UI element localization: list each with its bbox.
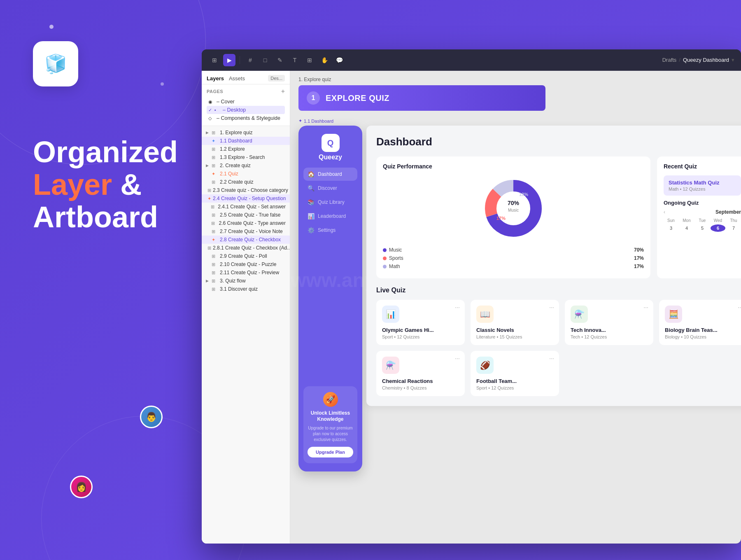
page-item-cover[interactable]: ◉ – Cover	[207, 98, 285, 106]
mobile-nav-dashboard[interactable]: 🏠 Dashboard	[303, 168, 357, 181]
layer-name: 2.1 Quiz	[220, 171, 238, 177]
more-options-icon[interactable]: ···	[455, 355, 460, 362]
layer-name: 2.7 Create Quiz - Voice Note	[220, 229, 283, 234]
tool-select[interactable]: ▶	[223, 54, 235, 66]
live-card-tech[interactable]: ··· ⚗️ Tech Innova... Tech • 12 Quizzes	[565, 300, 653, 345]
mobile-nav-discover[interactable]: 🔍 Discover	[303, 182, 357, 195]
card-sub: Sport • 12 Quizzes	[382, 334, 459, 339]
tool-frame[interactable]: #	[244, 54, 256, 66]
tool-grid[interactable]: ⊞	[208, 54, 221, 66]
layer-2-9[interactable]: ⊞ 2.9 Create Quiz - Poll	[202, 252, 290, 260]
cal-day-sun: Sun	[664, 217, 678, 224]
hero-accent: Layer	[33, 168, 112, 201]
page-item-components[interactable]: ◇ – Components & Styleguide	[207, 114, 285, 122]
page-item-desktop[interactable]: ✓ ▪ – Desktop	[207, 106, 285, 114]
recent-quiz-item[interactable]: Statistics Math Quiz Math • 12 Quizzes	[664, 175, 741, 196]
layer-2-11[interactable]: ⊞ 2.11 Create Quiz - Preview	[202, 268, 290, 277]
tool-shape[interactable]: □	[259, 54, 271, 66]
tool-text[interactable]: T	[289, 54, 301, 66]
layer-2-2-create-quiz[interactable]: ⊞ 2.2 Create quiz	[202, 178, 290, 186]
explore-number: 1	[307, 91, 320, 105]
nav-label: Quiz Library	[318, 199, 345, 205]
layer-section-explore-quiz[interactable]: ▶ ⊞ 1. Explore quiz	[202, 128, 290, 137]
layer-icon-grid: ⊞	[212, 155, 218, 160]
more-options-icon[interactable]: ···	[549, 355, 554, 362]
calendar-prev[interactable]: ‹	[664, 209, 665, 215]
sidebar-panel: Layers Assets Des... Pages + ◉ – Cover ✓…	[202, 71, 290, 544]
layer-1-2-explore[interactable]: ⊞ 1.2 Explore	[202, 145, 290, 153]
layer-2-4-1[interactable]: ⊞ 2.4.1 Create Quiz - Set answer	[202, 203, 290, 211]
svg-text:13%: 13%	[519, 192, 528, 197]
live-quiz-title: Live Quiz	[376, 287, 741, 294]
upgrade-icon: 🚀	[323, 392, 338, 407]
page-check: ✓	[208, 107, 212, 113]
layer-icon-grid: ⊞	[212, 163, 218, 168]
mobile-nav-settings[interactable]: ⚙️ Settings	[303, 224, 357, 237]
card-sub: Tech • 12 Quizzes	[571, 334, 648, 339]
layer-icon-grid: ⊞	[212, 287, 218, 292]
hero-line3: Artboard	[33, 201, 178, 233]
hero-text: Organized Layer & Artboard	[33, 136, 178, 234]
bg-dot	[49, 25, 54, 29]
layer-2-4[interactable]: ✦ 2.4 Create Quiz - Setup Question	[202, 194, 290, 203]
tool-comment[interactable]: 💬	[333, 54, 345, 66]
mobile-app-name: Queezy	[319, 154, 342, 161]
live-card-football[interactable]: ··· 🏈 Football Team... Sport • 12 Quizze…	[471, 351, 559, 396]
expand-icon: ▶	[206, 279, 210, 283]
layer-name: 2.9 Create Quiz - Poll	[220, 253, 267, 259]
recent-quiz-card: Recent Quiz Statistics Math Quiz Math • …	[657, 156, 741, 278]
layer-1-3-explore-search[interactable]: ⊞ 1.3 Explore - Search	[202, 153, 290, 161]
calendar-month: September	[715, 209, 741, 215]
ongoing-title: Ongoing Quiz	[664, 200, 741, 206]
layer-section-create-quiz[interactable]: ▶ ⊞ 2. Create quiz	[202, 161, 290, 170]
expand-icon: ▶	[206, 131, 210, 135]
layer-2-3[interactable]: ⊞ 2.3 Create quiz - Choose category	[202, 186, 290, 194]
breadcrumb-current[interactable]: Queezy Dashboard	[683, 57, 729, 63]
breadcrumb-base[interactable]: Drafts	[662, 57, 677, 63]
more-options-icon[interactable]: ···	[455, 304, 460, 310]
upgrade-title: Unlock Limitless Knowledge	[308, 410, 353, 423]
layer-2-5[interactable]: ⊞ 2.5 Create Quiz - True false	[202, 211, 290, 219]
live-card-olympic[interactable]: ··· 📊 Olympic Games Hi... Sport • 12 Qui…	[376, 300, 465, 345]
card-sub: Chemistry • 8 Quizzes	[382, 385, 459, 390]
cal-day-5[interactable]: 5	[695, 224, 710, 232]
card-sub: Literature • 15 Quizzes	[476, 334, 553, 339]
layer-2-6[interactable]: ⊞ 2.6 Create Quiz - Type answer	[202, 219, 290, 227]
layer-section-quiz-flow[interactable]: ▶ ⊞ 3. Quiz flow	[202, 277, 290, 285]
tool-pen[interactable]: ✎	[274, 54, 286, 66]
live-quiz-section: Live Quiz ··· 📊 Olympic Games Hi... Spor…	[376, 287, 741, 396]
breadcrumb: Drafts / Queezy Dashboard ▾	[662, 57, 734, 63]
layer-2-10[interactable]: ⊞ 2.10 Create Quiz - Puzzle	[202, 260, 290, 268]
mobile-nav-library[interactable]: 📚 Quiz Library	[303, 196, 357, 209]
mobile-nav-leaderboard[interactable]: 📊 Leaderboard	[303, 210, 357, 223]
tab-assets[interactable]: Assets	[229, 75, 245, 82]
upgrade-plan-button[interactable]: Upgrade Plan	[308, 447, 353, 457]
more-options-icon[interactable]: ···	[738, 304, 741, 310]
svg-text:17%: 17%	[496, 216, 506, 221]
more-options-icon[interactable]: ···	[549, 304, 554, 310]
layer-2-8[interactable]: ✦ 2.8 Create Quiz - Checkbox	[202, 236, 290, 244]
layer-icon-grid: ⊞	[212, 212, 218, 218]
layer-icon-grid: ⊞	[212, 254, 218, 259]
live-card-biology[interactable]: ··· 🧮 Biology Brain Teas... Biology • 10…	[659, 300, 741, 345]
cal-day-7[interactable]: 7	[726, 224, 741, 232]
tab-layers[interactable]: Layers	[207, 75, 224, 82]
tool-hand[interactable]: ✋	[318, 54, 331, 66]
live-card-chemistry[interactable]: ··· ⚗️ Chemical Reactions Chemistry • 8 …	[376, 351, 465, 396]
quiz-performance-card: Quiz Performance 70% Music 17%	[376, 156, 650, 278]
live-card-novels[interactable]: ··· 📖 Classic Novels Literature • 15 Qui…	[471, 300, 559, 345]
hero-line2-rest: &	[120, 168, 142, 201]
donut-chart-container: 70% Music 17% 13%	[383, 175, 644, 241]
cal-day-6[interactable]: 6	[711, 224, 725, 232]
add-page-button[interactable]: +	[281, 88, 285, 95]
cal-day-4[interactable]: 4	[679, 224, 694, 232]
more-options-icon[interactable]: ···	[643, 304, 648, 310]
layer-3-1[interactable]: ⊞ 3.1 Discover quiz	[202, 285, 290, 293]
layer-2-1-quiz[interactable]: ✦ 2.1 Quiz	[202, 170, 290, 178]
card-name: Football Team...	[476, 378, 553, 384]
layer-2-7[interactable]: ⊞ 2.7 Create Quiz - Voice Note	[202, 227, 290, 236]
layer-1-1-dashboard[interactable]: ✦ 1.1 Dashboard	[202, 137, 290, 145]
cal-day-3[interactable]: 3	[664, 224, 678, 232]
tool-component[interactable]: ⊞	[303, 54, 316, 66]
layer-2-8-1[interactable]: ⊞ 2.8.1 Create Quiz - Checkbox (Ad...	[202, 244, 290, 252]
